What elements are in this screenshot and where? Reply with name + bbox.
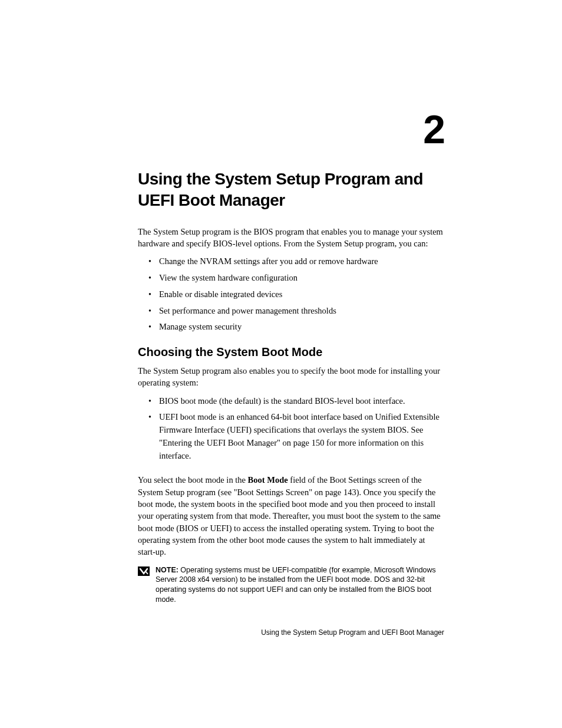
chapter-number: 2: [138, 106, 444, 152]
list-item: Change the NVRAM settings after you add …: [138, 255, 444, 268]
list-item: Set performance and power management thr…: [138, 305, 444, 318]
boot-mode-bold: Boot Mode: [248, 475, 288, 485]
note-block: NOTE: Operating systems must be UEFI-com…: [138, 565, 444, 605]
note-icon: [138, 566, 150, 576]
page-footer: Using the System Setup Program and UEFI …: [138, 628, 444, 637]
list-item: UEFI boot mode is an enhanced 64-bit boo…: [138, 411, 444, 462]
note-label: NOTE:: [156, 566, 178, 574]
list-item: View the system hardware configuration: [138, 272, 444, 285]
section-bullet-list: BIOS boot mode (the default) is the stan…: [138, 395, 444, 463]
section-paragraph: The System Setup program also enables yo…: [138, 365, 444, 389]
list-item: BIOS boot mode (the default) is the stan…: [138, 395, 444, 408]
note-text: NOTE: Operating systems must be UEFI-com…: [156, 565, 444, 605]
text-prefix: You select the boot mode in the: [138, 475, 248, 485]
note-body: Operating systems must be UEFI-compatibl…: [156, 566, 436, 604]
text-suffix: field of the Boot Settings screen of the…: [138, 475, 441, 556]
intro-bullet-list: Change the NVRAM settings after you add …: [138, 255, 444, 334]
intro-paragraph: The System Setup program is the BIOS pro…: [138, 226, 444, 250]
list-item: Enable or disable integrated devices: [138, 288, 444, 301]
section-paragraph-bootmode: You select the boot mode in the Boot Mod…: [138, 474, 444, 558]
section-heading: Choosing the System Boot Mode: [138, 345, 444, 359]
list-item: Manage system security: [138, 321, 444, 334]
chapter-title: Using the System Setup Program and UEFI …: [138, 169, 444, 212]
